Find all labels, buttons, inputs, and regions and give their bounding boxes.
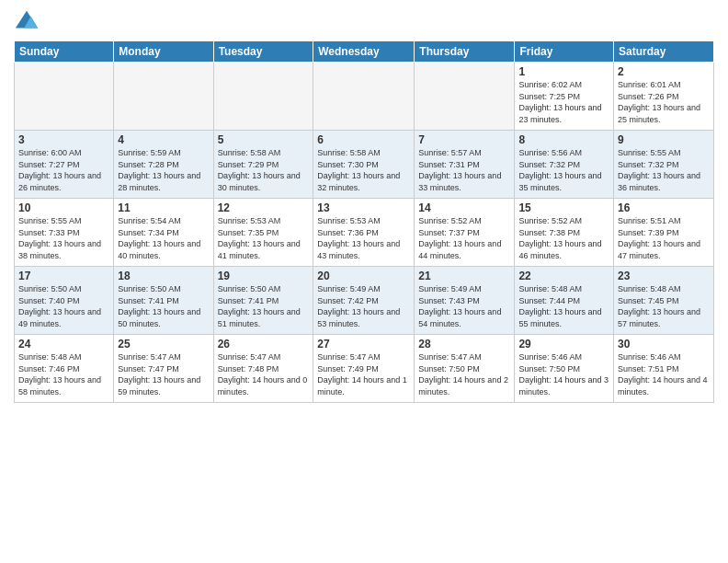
day-info: Sunrise: 5:47 AM Sunset: 7:50 PM Dayligh… xyxy=(418,351,510,397)
calendar-week-row: 17Sunrise: 5:50 AM Sunset: 7:40 PM Dayli… xyxy=(15,267,714,335)
day-info: Sunrise: 5:55 AM Sunset: 7:32 PM Dayligh… xyxy=(618,147,710,193)
calendar-cell: 14Sunrise: 5:52 AM Sunset: 7:37 PM Dayli… xyxy=(415,199,515,267)
header xyxy=(14,9,714,35)
day-info: Sunrise: 5:52 AM Sunset: 7:37 PM Dayligh… xyxy=(418,215,510,261)
calendar-cell: 1Sunrise: 6:02 AM Sunset: 7:25 PM Daylig… xyxy=(515,63,614,131)
calendar-cell: 30Sunrise: 5:46 AM Sunset: 7:51 PM Dayli… xyxy=(614,335,714,403)
day-number: 29 xyxy=(518,338,609,350)
calendar-cell: 22Sunrise: 5:48 AM Sunset: 7:44 PM Dayli… xyxy=(515,267,614,335)
calendar-cell: 28Sunrise: 5:47 AM Sunset: 7:50 PM Dayli… xyxy=(415,335,515,403)
calendar-cell xyxy=(114,63,213,131)
calendar-cell: 26Sunrise: 5:47 AM Sunset: 7:48 PM Dayli… xyxy=(213,335,313,403)
calendar-day-header: Sunday xyxy=(15,41,114,63)
calendar-cell: 27Sunrise: 5:47 AM Sunset: 7:49 PM Dayli… xyxy=(313,335,415,403)
calendar-table: SundayMondayTuesdayWednesdayThursdayFrid… xyxy=(14,40,714,403)
calendar-cell: 15Sunrise: 5:52 AM Sunset: 7:38 PM Dayli… xyxy=(515,199,614,267)
calendar-cell: 21Sunrise: 5:49 AM Sunset: 7:43 PM Dayli… xyxy=(415,267,515,335)
day-info: Sunrise: 5:49 AM Sunset: 7:43 PM Dayligh… xyxy=(418,283,510,329)
day-info: Sunrise: 5:46 AM Sunset: 7:50 PM Dayligh… xyxy=(518,351,609,397)
day-number: 21 xyxy=(418,270,510,282)
day-number: 14 xyxy=(418,201,510,214)
day-info: Sunrise: 5:53 AM Sunset: 7:36 PM Dayligh… xyxy=(317,215,410,261)
day-number: 4 xyxy=(118,133,209,146)
day-number: 28 xyxy=(418,338,510,350)
day-number: 18 xyxy=(118,270,209,282)
day-info: Sunrise: 5:48 AM Sunset: 7:46 PM Dayligh… xyxy=(18,351,109,397)
day-info: Sunrise: 5:46 AM Sunset: 7:51 PM Dayligh… xyxy=(618,351,710,397)
calendar-cell: 19Sunrise: 5:50 AM Sunset: 7:41 PM Dayli… xyxy=(213,267,313,335)
calendar-day-header: Thursday xyxy=(415,41,515,63)
calendar-cell: 6Sunrise: 5:58 AM Sunset: 7:30 PM Daylig… xyxy=(313,131,415,199)
day-info: Sunrise: 6:01 AM Sunset: 7:26 PM Dayligh… xyxy=(618,79,710,125)
day-number: 12 xyxy=(218,201,310,214)
day-number: 20 xyxy=(317,270,410,282)
calendar-week-row: 1Sunrise: 6:02 AM Sunset: 7:25 PM Daylig… xyxy=(15,63,714,131)
day-number: 24 xyxy=(18,338,109,350)
logo-icon xyxy=(14,9,40,35)
day-info: Sunrise: 5:49 AM Sunset: 7:42 PM Dayligh… xyxy=(317,283,410,329)
day-info: Sunrise: 5:52 AM Sunset: 7:38 PM Dayligh… xyxy=(518,215,609,261)
calendar-header-row: SundayMondayTuesdayWednesdayThursdayFrid… xyxy=(15,41,714,63)
day-number: 19 xyxy=(218,270,310,282)
day-info: Sunrise: 5:55 AM Sunset: 7:33 PM Dayligh… xyxy=(18,215,109,261)
calendar-day-header: Wednesday xyxy=(313,41,415,63)
day-number: 11 xyxy=(118,201,209,214)
calendar-cell: 24Sunrise: 5:48 AM Sunset: 7:46 PM Dayli… xyxy=(15,335,114,403)
calendar-cell: 7Sunrise: 5:57 AM Sunset: 7:31 PM Daylig… xyxy=(415,131,515,199)
page: SundayMondayTuesdayWednesdayThursdayFrid… xyxy=(0,0,728,563)
day-number: 8 xyxy=(518,133,609,146)
day-info: Sunrise: 5:50 AM Sunset: 7:41 PM Dayligh… xyxy=(118,283,209,329)
calendar-cell: 29Sunrise: 5:46 AM Sunset: 7:50 PM Dayli… xyxy=(515,335,614,403)
calendar-week-row: 24Sunrise: 5:48 AM Sunset: 7:46 PM Dayli… xyxy=(15,335,714,403)
day-number: 27 xyxy=(317,338,410,350)
day-info: Sunrise: 5:48 AM Sunset: 7:44 PM Dayligh… xyxy=(518,283,609,329)
calendar-cell: 3Sunrise: 6:00 AM Sunset: 7:27 PM Daylig… xyxy=(15,131,114,199)
calendar-cell: 23Sunrise: 5:48 AM Sunset: 7:45 PM Dayli… xyxy=(614,267,714,335)
calendar-cell: 10Sunrise: 5:55 AM Sunset: 7:33 PM Dayli… xyxy=(15,199,114,267)
calendar-cell: 17Sunrise: 5:50 AM Sunset: 7:40 PM Dayli… xyxy=(15,267,114,335)
calendar-cell: 8Sunrise: 5:56 AM Sunset: 7:32 PM Daylig… xyxy=(515,131,614,199)
day-number: 22 xyxy=(518,270,609,282)
day-number: 15 xyxy=(518,201,609,214)
day-info: Sunrise: 5:47 AM Sunset: 7:49 PM Dayligh… xyxy=(317,351,410,397)
day-info: Sunrise: 5:59 AM Sunset: 7:28 PM Dayligh… xyxy=(118,147,209,193)
day-number: 3 xyxy=(18,133,109,146)
calendar-cell: 9Sunrise: 5:55 AM Sunset: 7:32 PM Daylig… xyxy=(614,131,714,199)
calendar-cell: 25Sunrise: 5:47 AM Sunset: 7:47 PM Dayli… xyxy=(114,335,213,403)
day-number: 13 xyxy=(317,201,410,214)
calendar-cell xyxy=(15,63,114,131)
day-info: Sunrise: 5:58 AM Sunset: 7:30 PM Dayligh… xyxy=(317,147,410,193)
calendar-week-row: 10Sunrise: 5:55 AM Sunset: 7:33 PM Dayli… xyxy=(15,199,714,267)
calendar-cell xyxy=(415,63,515,131)
day-number: 23 xyxy=(618,270,710,282)
calendar-cell: 20Sunrise: 5:49 AM Sunset: 7:42 PM Dayli… xyxy=(313,267,415,335)
day-info: Sunrise: 5:53 AM Sunset: 7:35 PM Dayligh… xyxy=(218,215,310,261)
day-info: Sunrise: 5:47 AM Sunset: 7:47 PM Dayligh… xyxy=(118,351,209,397)
day-info: Sunrise: 5:58 AM Sunset: 7:29 PM Dayligh… xyxy=(218,147,310,193)
calendar-cell: 2Sunrise: 6:01 AM Sunset: 7:26 PM Daylig… xyxy=(614,63,714,131)
day-info: Sunrise: 5:56 AM Sunset: 7:32 PM Dayligh… xyxy=(518,147,609,193)
day-number: 7 xyxy=(418,133,510,146)
calendar-cell: 13Sunrise: 5:53 AM Sunset: 7:36 PM Dayli… xyxy=(313,199,415,267)
day-info: Sunrise: 5:50 AM Sunset: 7:41 PM Dayligh… xyxy=(218,283,310,329)
day-number: 17 xyxy=(18,270,109,282)
day-info: Sunrise: 6:02 AM Sunset: 7:25 PM Dayligh… xyxy=(518,79,609,125)
day-number: 10 xyxy=(18,201,109,214)
calendar-day-header: Tuesday xyxy=(213,41,313,63)
calendar-week-row: 3Sunrise: 6:00 AM Sunset: 7:27 PM Daylig… xyxy=(15,131,714,199)
day-number: 9 xyxy=(618,133,710,146)
calendar-cell xyxy=(213,63,313,131)
day-number: 1 xyxy=(518,65,609,78)
day-number: 2 xyxy=(618,65,710,78)
calendar-cell: 5Sunrise: 5:58 AM Sunset: 7:29 PM Daylig… xyxy=(213,131,313,199)
day-info: Sunrise: 5:48 AM Sunset: 7:45 PM Dayligh… xyxy=(618,283,710,329)
calendar-cell: 16Sunrise: 5:51 AM Sunset: 7:39 PM Dayli… xyxy=(614,199,714,267)
day-number: 25 xyxy=(118,338,209,350)
day-info: Sunrise: 6:00 AM Sunset: 7:27 PM Dayligh… xyxy=(18,147,109,193)
day-info: Sunrise: 5:51 AM Sunset: 7:39 PM Dayligh… xyxy=(618,215,710,261)
day-info: Sunrise: 5:54 AM Sunset: 7:34 PM Dayligh… xyxy=(118,215,209,261)
calendar-day-header: Friday xyxy=(515,41,614,63)
calendar-cell xyxy=(313,63,415,131)
day-info: Sunrise: 5:57 AM Sunset: 7:31 PM Dayligh… xyxy=(418,147,510,193)
calendar-cell: 11Sunrise: 5:54 AM Sunset: 7:34 PM Dayli… xyxy=(114,199,213,267)
